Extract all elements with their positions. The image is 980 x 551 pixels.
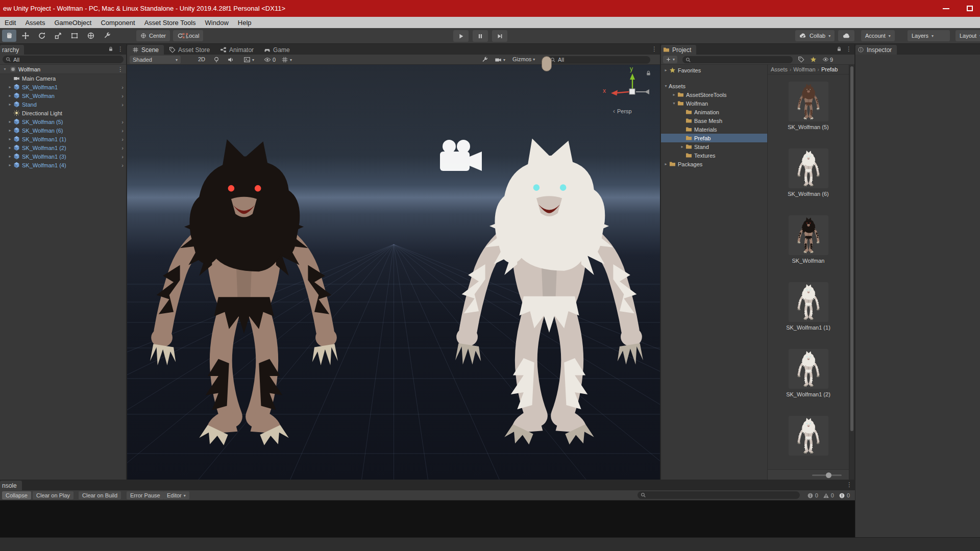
lock-icon[interactable] xyxy=(108,46,114,52)
expand-arrow-icon[interactable]: ▸ xyxy=(679,144,685,149)
tree-item-materials[interactable]: Materials xyxy=(661,125,767,134)
error-pause-button[interactable]: Error Pause xyxy=(127,491,164,499)
tree-item-prefab[interactable]: Prefab xyxy=(661,134,767,142)
create-asset-button[interactable]: ▾ xyxy=(663,56,677,63)
expand-arrow-icon[interactable]: ▸ xyxy=(663,68,669,72)
asset-item[interactable]: SK_Wolfman (6) xyxy=(768,141,849,208)
rotate-tool-button[interactable] xyxy=(35,30,49,42)
hierarchy-item-sk-wolfman1-4[interactable]: ▸SK_Wolfman1 (4)› xyxy=(0,161,126,169)
inspector-tab[interactable]: Inspector xyxy=(855,45,897,55)
menu-help[interactable]: Help xyxy=(233,17,256,28)
menu-assets[interactable]: Assets xyxy=(20,17,50,28)
viewport-handle[interactable] xyxy=(542,56,552,71)
project-tab[interactable]: Project xyxy=(661,45,696,55)
axis-y-label[interactable]: y xyxy=(630,65,633,72)
tab-asset-store[interactable]: Asset Store xyxy=(164,45,215,55)
gizmos-dropdown[interactable]: Gizmos▾ xyxy=(512,56,535,62)
expand-arrow-icon[interactable]: ▸ xyxy=(671,92,677,97)
hierarchy-item-directional-light[interactable]: Directional Light xyxy=(0,109,126,117)
tree-item-textures[interactable]: Textures xyxy=(661,151,767,160)
expand-arrow-icon[interactable]: ▸ xyxy=(7,85,13,89)
console-log-area[interactable] xyxy=(0,500,855,537)
tree-item-wolfman[interactable]: ▾Wolfman xyxy=(661,99,767,108)
expand-arrow-icon[interactable]: ▸ xyxy=(7,102,13,107)
hierarchy-item-sk-wolfman1[interactable]: ▸SK_Wolfman1› xyxy=(0,83,126,91)
info-count-toggle[interactable]: 0 xyxy=(807,492,818,499)
cloud-services-button[interactable] xyxy=(838,30,854,41)
breadcrumb-prefab[interactable]: Prefab xyxy=(821,66,838,72)
expand-arrow-icon[interactable]: ▸ xyxy=(7,128,13,133)
hierarchy-tab[interactable]: rarchy xyxy=(0,45,24,55)
camera-settings-dropdown[interactable]: ▾ xyxy=(495,56,505,63)
expand-arrow-icon[interactable]: ▸ xyxy=(7,145,13,150)
open-prefab-icon[interactable]: › xyxy=(121,102,124,108)
open-prefab-icon[interactable]: › xyxy=(121,119,124,125)
projection-label[interactable]: ‹ Persp xyxy=(613,108,632,115)
lighting-toggle[interactable] xyxy=(213,56,220,63)
axis-x-label[interactable]: x xyxy=(603,87,606,94)
lock-icon[interactable] xyxy=(836,46,842,52)
open-prefab-icon[interactable]: › xyxy=(121,84,124,90)
open-prefab-icon[interactable]: › xyxy=(121,136,124,142)
console-search-input[interactable] xyxy=(638,491,800,499)
maximize-icon[interactable] xyxy=(967,6,973,11)
minimize-icon[interactable] xyxy=(943,8,949,9)
expand-arrow-icon[interactable]: ▾ xyxy=(663,84,669,88)
effects-dropdown[interactable]: ▾ xyxy=(243,56,254,63)
expand-arrow-icon[interactable]: ▸ xyxy=(7,119,13,124)
console-search-field[interactable] xyxy=(648,492,797,498)
scale-tool-button[interactable] xyxy=(51,30,65,42)
tools-button[interactable] xyxy=(481,56,488,63)
menu-window[interactable]: Window xyxy=(201,17,233,28)
account-dropdown[interactable]: Account▾ xyxy=(861,30,895,41)
grid-visibility-dropdown[interactable]: ▾ xyxy=(281,56,292,63)
hierarchy-item-sk-wolfman1-2[interactable]: ▸SK_Wolfman1 (2)› xyxy=(0,143,126,152)
shading-mode-dropdown[interactable]: Shaded▾ xyxy=(130,56,181,64)
wolfman-model-black[interactable] xyxy=(137,139,351,459)
scene-viewport[interactable]: y x ‹ Persp xyxy=(127,65,660,480)
tree-item-base-mesh[interactable]: Base Mesh xyxy=(661,116,767,125)
hierarchy-item-sk-wolfman[interactable]: ▸SK_Wolfman› xyxy=(0,91,126,100)
move-tool-button[interactable] xyxy=(18,30,33,42)
hierarchy-item-sk-wolfman-5[interactable]: ▸SK_Wolfman (5)› xyxy=(0,117,126,126)
tree-item-assetstoretools[interactable]: ▸AssetStoreTools xyxy=(661,90,767,99)
tree-item-favorites[interactable]: ▸Favorites xyxy=(661,66,767,74)
scene-search-field[interactable] xyxy=(558,57,647,63)
rect-tool-button[interactable] xyxy=(67,30,82,42)
collapse-button[interactable]: Collapse xyxy=(2,491,31,499)
tab-game[interactable]: Game xyxy=(259,45,295,55)
asset-item[interactable]: SK_Wolfman xyxy=(768,208,849,275)
custom-tool-button[interactable] xyxy=(100,30,114,42)
step-button[interactable] xyxy=(492,30,507,42)
hierarchy-search-input[interactable] xyxy=(3,56,124,63)
asset-item[interactable]: SK_Wolfman1 (1) xyxy=(768,275,849,342)
project-search-input[interactable] xyxy=(682,56,793,63)
expand-arrow-icon[interactable]: ▸ xyxy=(663,162,669,166)
expand-arrow-icon[interactable]: ▸ xyxy=(7,163,13,167)
layers-dropdown[interactable]: Layers▾ xyxy=(908,30,950,41)
menu-gameobject[interactable]: GameObject xyxy=(50,17,96,28)
open-prefab-icon[interactable]: › xyxy=(121,93,124,99)
hierarchy-item-sk-wolfman1-1[interactable]: ▸SK_Wolfman1 (1)› xyxy=(0,135,126,143)
search-by-type-button[interactable] xyxy=(798,56,804,63)
kebab-menu-icon[interactable]: ⋮ xyxy=(117,46,124,52)
project-search-field[interactable] xyxy=(693,57,790,63)
hand-tool-button[interactable] xyxy=(2,30,16,42)
hierarchy-item-stand[interactable]: ▸Stand› xyxy=(0,100,126,109)
transform-tool-button[interactable] xyxy=(84,30,98,42)
asset-item[interactable]: SK_Wolfman1 (2) xyxy=(768,342,849,409)
hierarchy-search-field[interactable] xyxy=(13,57,120,63)
kebab-menu-icon[interactable]: ⋮ xyxy=(651,46,657,52)
wolfman-model-white[interactable] xyxy=(443,138,656,459)
tab-animator[interactable]: Animator xyxy=(215,45,259,55)
scene-search-input[interactable] xyxy=(547,56,650,64)
pivot-mode-button[interactable]: Center xyxy=(136,30,170,41)
expand-arrow-icon[interactable]: ▸ xyxy=(7,93,13,98)
pause-button[interactable] xyxy=(473,30,488,42)
menu-edit[interactable]: Edit xyxy=(0,17,20,28)
collab-button[interactable]: Collab▾ xyxy=(795,30,835,41)
console-tab[interactable]: nsole xyxy=(0,481,22,490)
camera-gizmo-icon[interactable] xyxy=(436,139,485,177)
expand-arrow-icon[interactable]: ▾ xyxy=(671,101,677,106)
tree-item-assets[interactable]: ▾Assets xyxy=(661,82,767,90)
